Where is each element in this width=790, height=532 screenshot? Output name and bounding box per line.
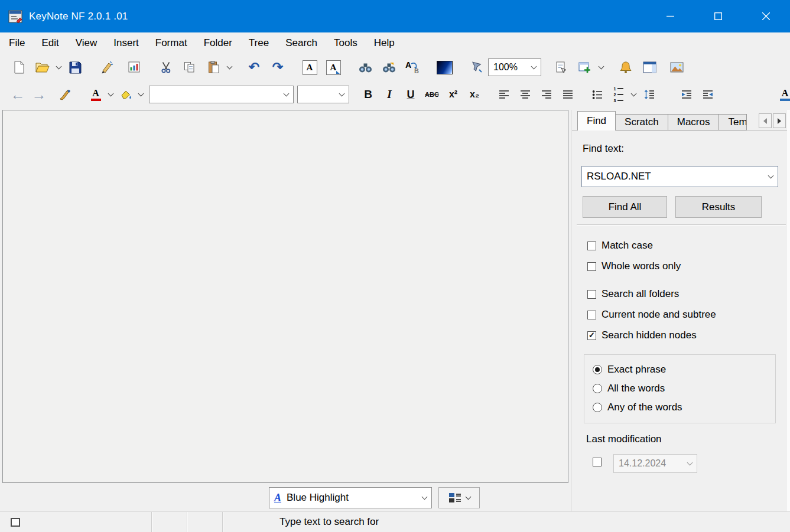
redo-button[interactable]: ↷ [266,56,290,79]
close-button[interactable] [742,0,790,32]
tree-panel-dropdown[interactable] [597,56,606,79]
line-spacing-button[interactable] [638,83,659,106]
font-dialog-button[interactable]: A [298,56,321,79]
align-left-button[interactable] [493,83,515,106]
align-center-button[interactable] [515,83,536,106]
radio-any-of-the-words[interactable]: Any of the words [593,402,682,413]
editor-area[interactable] [2,110,568,483]
minimize-button[interactable] [646,0,694,32]
menu-insert[interactable]: Insert [105,32,147,53]
subscript-button[interactable]: x₂ [464,83,485,106]
bullet-list-button[interactable] [587,83,608,106]
last-modification-checkbox[interactable] [593,458,602,466]
replace-button[interactable]: A B [401,56,424,79]
checkbox-icon [587,241,596,250]
style-toolbar: A Blue Highlight [0,484,568,511]
menu-folder[interactable]: Folder [196,32,240,53]
navigate-back-button[interactable]: ← [7,83,28,106]
find-next-icon [382,62,396,73]
file-properties-button[interactable] [122,56,146,79]
apply-style-button[interactable] [438,487,480,508]
font-name-combobox[interactable] [149,86,294,103]
cut-button[interactable] [154,56,178,79]
save-button[interactable] [63,56,87,79]
radio-exact-phrase[interactable]: Exact phrase [593,364,666,376]
outdent-icon [681,90,692,99]
menu-view[interactable]: View [67,32,106,53]
format-painter-button[interactable] [53,83,77,106]
zoom-combobox[interactable]: 100% [488,58,541,76]
navigate-forward-button[interactable]: → [28,83,50,106]
images-button[interactable] [665,56,688,79]
tab-scratch[interactable]: Scratch [616,114,668,130]
results-button[interactable]: Results [675,196,762,218]
underline-button[interactable]: U [400,83,421,106]
menu-file[interactable]: File [1,32,33,53]
tab-templates[interactable]: Tem [719,114,747,130]
filter-button[interactable] [464,56,488,79]
style-combobox[interactable]: A Blue Highlight [269,487,432,508]
note-properties-button[interactable] [550,56,573,79]
find-text-combobox[interactable]: RSLOAD.NET [581,166,778,187]
menu-tools[interactable]: Tools [326,32,366,53]
undo-button[interactable]: ↶ [242,56,266,79]
align-justify-button[interactable] [557,83,578,106]
resource-panel-button[interactable] [638,56,661,79]
menu-search[interactable]: Search [277,32,326,53]
tab-macros[interactable]: Macros [668,114,720,130]
tab-find[interactable]: Find [577,111,616,130]
paste-dropdown[interactable] [225,56,234,79]
find-next-button[interactable] [377,56,401,79]
strikethrough-icon: ABC [425,91,439,98]
background-color-button[interactable] [433,56,456,79]
menu-tree[interactable]: Tree [240,32,277,53]
numbered-list-button[interactable]: 1 2 3 [608,83,629,106]
window-controls [646,0,790,32]
maximize-button[interactable] [694,0,742,32]
file-manager-button[interactable] [95,56,119,79]
chevron-down-icon [465,494,471,500]
open-file-button[interactable] [31,56,54,79]
open-file-dropdown[interactable] [54,56,63,79]
paragraph-dialog-button[interactable]: A [321,56,345,79]
find-button[interactable] [353,56,377,79]
paste-button[interactable] [201,56,225,79]
copy-button[interactable] [178,56,201,79]
checkbox-match-case[interactable]: Match case [587,240,653,252]
menu-help[interactable]: Help [366,32,403,53]
radio-all-the-words[interactable]: All the words [593,383,665,394]
checkbox-icon [587,311,596,319]
checkbox-current-node-subtree[interactable]: Current node and subtree [587,309,716,321]
font-size-combobox[interactable] [297,86,349,103]
numbered-list-dropdown[interactable] [629,83,638,106]
new-file-button[interactable] [7,56,31,79]
font-dialog-icon: A [303,60,317,75]
checkbox-search-all-folders[interactable]: Search all folders [587,288,679,300]
highlight-color-button[interactable] [115,83,136,106]
clipped-toolbar-button[interactable]: A [780,86,790,103]
checkbox-search-hidden-nodes[interactable]: Search hidden nodes [587,329,697,341]
minimize-icon [667,12,674,20]
tree-panel-button[interactable] [573,56,597,79]
format-toolbar: ← → A [0,81,790,107]
alarm-button[interactable] [614,56,638,79]
tabs-scroll-right-button[interactable] [773,113,786,128]
menu-edit[interactable]: Edit [33,32,67,53]
bold-button[interactable]: B [357,83,379,106]
italic-button[interactable]: I [379,83,400,106]
find-all-button[interactable]: Find All [583,196,667,218]
font-color-button[interactable]: A [85,83,106,106]
tabs-scroll-left-button[interactable] [759,113,772,128]
decrease-indent-button[interactable] [676,83,697,106]
superscript-button[interactable]: x² [443,83,464,106]
align-right-button[interactable] [536,83,557,106]
strikethrough-button[interactable]: ABC [421,83,443,106]
menu-format[interactable]: Format [147,32,196,53]
increase-indent-button[interactable] [697,83,719,106]
font-color-dropdown[interactable] [106,83,115,106]
window-title: KeyNote NF 2.0.1 .01 [29,11,128,22]
highlight-color-dropdown[interactable] [136,83,145,106]
maximize-icon [714,12,722,20]
status-panel-message: Type text to search for [223,512,790,532]
checkbox-whole-words[interactable]: Whole words only [587,260,681,272]
